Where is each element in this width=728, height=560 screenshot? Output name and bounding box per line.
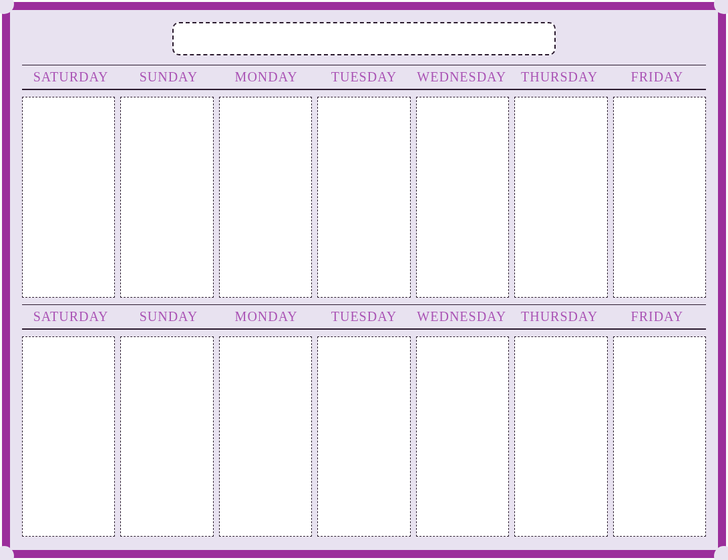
- day-header-monday: MONDAY: [218, 308, 315, 326]
- day-box-friday[interactable]: [613, 336, 706, 537]
- day-header-friday: FRIDAY: [608, 68, 706, 86]
- day-header-sunday: SUNDAY: [120, 68, 217, 86]
- week-2: SATURDAY SUNDAY MONDAY TUESDAY WEDNESDAY…: [22, 304, 706, 537]
- day-boxes-row: [22, 336, 706, 537]
- day-box-monday[interactable]: [219, 336, 312, 537]
- day-headers-row: SATURDAY SUNDAY MONDAY TUESDAY WEDNESDAY…: [22, 68, 706, 86]
- day-header-saturday: SATURDAY: [22, 68, 120, 86]
- planner-frame: SATURDAY SUNDAY MONDAY TUESDAY WEDNESDAY…: [2, 2, 726, 558]
- rule-line: [22, 304, 706, 305]
- day-box-thursday[interactable]: [514, 336, 607, 537]
- day-box-monday[interactable]: [219, 97, 312, 298]
- day-headers-row: SATURDAY SUNDAY MONDAY TUESDAY WEDNESDAY…: [22, 308, 706, 326]
- day-box-sunday[interactable]: [120, 336, 213, 537]
- rule-line: [22, 65, 706, 65]
- title-box[interactable]: [172, 22, 556, 55]
- title-area: [22, 22, 706, 55]
- day-header-thursday: THURSDAY: [510, 68, 608, 86]
- day-header-thursday: THURSDAY: [510, 308, 608, 326]
- planner-panel: SATURDAY SUNDAY MONDAY TUESDAY WEDNESDAY…: [10, 10, 718, 550]
- day-box-sunday[interactable]: [120, 97, 213, 298]
- day-header-wednesday: WEDNESDAY: [413, 68, 510, 86]
- day-box-thursday[interactable]: [514, 97, 607, 298]
- day-header-tuesday: TUESDAY: [315, 308, 413, 326]
- day-header-friday: FRIDAY: [608, 308, 706, 326]
- day-header-monday: MONDAY: [218, 68, 315, 86]
- day-box-saturday[interactable]: [22, 97, 115, 298]
- day-box-friday[interactable]: [613, 97, 706, 298]
- day-boxes-row: [22, 97, 706, 298]
- day-box-wednesday[interactable]: [416, 336, 509, 537]
- day-header-saturday: SATURDAY: [22, 308, 120, 326]
- rule-line: [22, 89, 706, 90]
- day-header-tuesday: TUESDAY: [315, 68, 413, 86]
- day-header-wednesday: WEDNESDAY: [413, 308, 510, 326]
- day-box-saturday[interactable]: [22, 336, 115, 537]
- week-1: SATURDAY SUNDAY MONDAY TUESDAY WEDNESDAY…: [22, 65, 706, 298]
- day-box-wednesday[interactable]: [416, 97, 509, 298]
- day-header-sunday: SUNDAY: [120, 308, 217, 326]
- day-box-tuesday[interactable]: [317, 97, 410, 298]
- day-box-tuesday[interactable]: [317, 336, 410, 537]
- rule-line: [22, 328, 706, 330]
